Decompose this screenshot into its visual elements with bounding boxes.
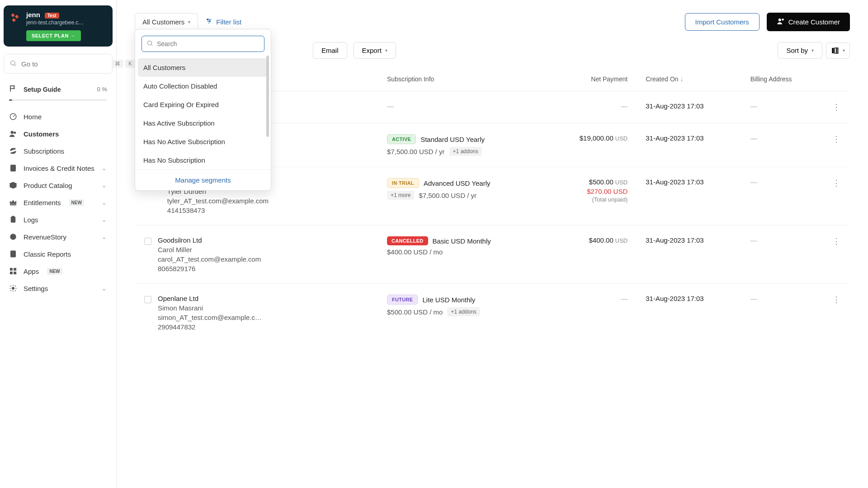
svg-point-3: [11, 131, 14, 134]
grid-icon: [9, 267, 17, 275]
row-actions[interactable]: ⋮: [823, 123, 850, 167]
empty-value: —: [621, 295, 627, 302]
manage-segments-link[interactable]: Manage segments: [175, 176, 231, 184]
empty-value: —: [387, 102, 394, 110]
net-currency: USD: [615, 179, 627, 186]
plan-price: $7,500.00 USD / yr: [419, 192, 476, 199]
customer-phone: 4141538473: [167, 206, 269, 214]
chevron-down-icon: ⌄: [101, 181, 107, 189]
customer-email: carol_AT_test.com@example.com: [158, 255, 261, 263]
table-row[interactable]: Openlane LtdSimon Masranisimon_AT_test.c…: [135, 284, 850, 342]
nav-apps[interactable]: Apps NEW: [4, 263, 113, 280]
plan-name: Standard USD Yearly: [420, 136, 485, 143]
chevron-down-icon: ⌄: [101, 216, 107, 224]
status-badge: ACTIVE: [387, 134, 416, 144]
col-created-on[interactable]: Created On ↓: [637, 67, 741, 91]
empty-value: —: [750, 236, 757, 244]
net-amount: $500.00: [589, 178, 613, 186]
extra-tag: +1 more: [387, 191, 414, 200]
unpaid-amount: $270.00 USD: [555, 188, 627, 195]
segment-search-input[interactable]: [157, 40, 259, 47]
nav-invoices-label: Invoices & Credit Notes: [24, 164, 94, 172]
net-amount: $400.00: [589, 236, 613, 244]
nav-customers[interactable]: Customers: [4, 125, 113, 142]
new-badge: NEW: [47, 268, 62, 275]
filter-list-button[interactable]: Filter list: [205, 18, 241, 26]
setup-guide[interactable]: Setup Guide 0 %: [4, 81, 113, 98]
setup-guide-label: Setup Guide: [24, 86, 61, 93]
clipboard-icon: [9, 216, 17, 224]
svg-rect-7: [12, 216, 14, 218]
nav-home-label: Home: [24, 113, 42, 121]
row-checkbox[interactable]: [144, 296, 151, 303]
table-row[interactable]: Goodsilron LtdCarol Millercarol_AT_test.…: [135, 225, 850, 284]
nav-apps-label: Apps: [24, 267, 39, 275]
nav-classic-reports[interactable]: Classic Reports: [4, 245, 113, 263]
row-actions[interactable]: ⋮: [823, 225, 850, 284]
nav-subscriptions[interactable]: Subscriptions: [4, 142, 113, 160]
row-actions[interactable]: ⋮: [823, 91, 850, 123]
segment-option[interactable]: Card Expiring Or Expired: [138, 95, 268, 114]
import-customers-button[interactable]: Import Customers: [685, 13, 760, 31]
status-badge: FUTURE: [387, 295, 418, 305]
svg-point-4: [14, 132, 16, 134]
workspace-card: jenn Test jenn-test.chargebee.c… SELECT …: [4, 5, 113, 47]
nav-customers-label: Customers: [24, 130, 59, 138]
sidebar: jenn Test jenn-test.chargebee.c… SELECT …: [0, 0, 117, 488]
box-icon: [9, 181, 17, 189]
segment-option[interactable]: Has Active Subscription: [138, 114, 268, 132]
nav-settings-label: Settings: [24, 285, 48, 292]
layout-toggle[interactable]: ▾: [826, 42, 850, 59]
nav-logs-label: Logs: [24, 216, 38, 224]
export-button[interactable]: Export ▾: [354, 42, 396, 59]
nav-settings[interactable]: Settings ⌄: [4, 280, 113, 297]
row-checkbox[interactable]: [144, 238, 151, 245]
nav-product-catalog[interactable]: Product Catalog ⌄: [4, 177, 113, 194]
nav-catalog-label: Product Catalog: [24, 182, 72, 189]
segment-dropdown-trigger[interactable]: All Customers ▾: [135, 13, 198, 31]
customer-phone: 2909447832: [158, 323, 262, 331]
sort-desc-icon: ↓: [680, 75, 684, 83]
create-customer-button[interactable]: Create Customer: [767, 13, 850, 31]
select-plan-button[interactable]: SELECT PLAN →: [26, 30, 81, 41]
customer-email: simon_AT_test.com@example.c…: [158, 314, 262, 321]
svg-rect-14: [14, 272, 16, 274]
customer-person: Carol Miller: [158, 246, 261, 253]
svg-point-21: [778, 19, 781, 21]
created-date: 31-Aug-2023 17:03: [637, 91, 741, 123]
segment-search[interactable]: [142, 36, 264, 52]
new-badge: NEW: [69, 199, 84, 206]
row-actions[interactable]: ⋮: [823, 284, 850, 342]
nav-entitlements[interactable]: Entitlements NEW ⌄: [4, 194, 113, 211]
chevron-down-icon: ⌄: [101, 284, 107, 292]
plan-name: Basic USD Monthly: [433, 237, 491, 245]
nav-home[interactable]: Home: [4, 108, 113, 125]
segment-option[interactable]: All Customers: [138, 58, 268, 77]
crown-icon: [9, 198, 17, 206]
chevron-down-icon: ⌄: [101, 164, 107, 172]
nav-invoices[interactable]: Invoices & Credit Notes ⌄: [4, 160, 113, 177]
segment-option[interactable]: Auto Collection Disabled: [138, 77, 268, 95]
net-currency: USD: [615, 135, 627, 142]
email-button[interactable]: Email: [313, 42, 347, 59]
receipt-icon: [9, 164, 17, 172]
col-subscription[interactable]: Subscription Info: [378, 67, 546, 91]
segment-option[interactable]: Has No Subscription: [138, 151, 268, 169]
goto-search[interactable]: ⌘K: [4, 54, 113, 74]
col-net-payment[interactable]: Net Payment: [546, 67, 637, 91]
workspace-name: jenn: [26, 11, 40, 19]
caret-down-icon: ▾: [385, 48, 387, 53]
row-actions[interactable]: ⋮: [823, 167, 850, 225]
main-nav: Home Customers Subscriptions Invoices & …: [4, 108, 113, 297]
col-billing-address[interactable]: Billing Address: [741, 67, 823, 91]
sort-by-button[interactable]: Sort by ▾: [778, 42, 822, 59]
chevron-down-icon: ⌄: [101, 198, 107, 206]
dropdown-scrollbar[interactable]: [266, 56, 269, 137]
customer-company: Openlane Ltd: [158, 295, 262, 302]
nav-logs[interactable]: Logs ⌄: [4, 211, 113, 228]
segment-option[interactable]: Has No Active Subscription: [138, 132, 268, 151]
search-icon: [9, 60, 17, 68]
nav-revenuestory[interactable]: RevenueStory ⌄: [4, 228, 113, 245]
addon-chip: +1 addons: [449, 147, 482, 156]
goto-input[interactable]: [21, 60, 107, 68]
